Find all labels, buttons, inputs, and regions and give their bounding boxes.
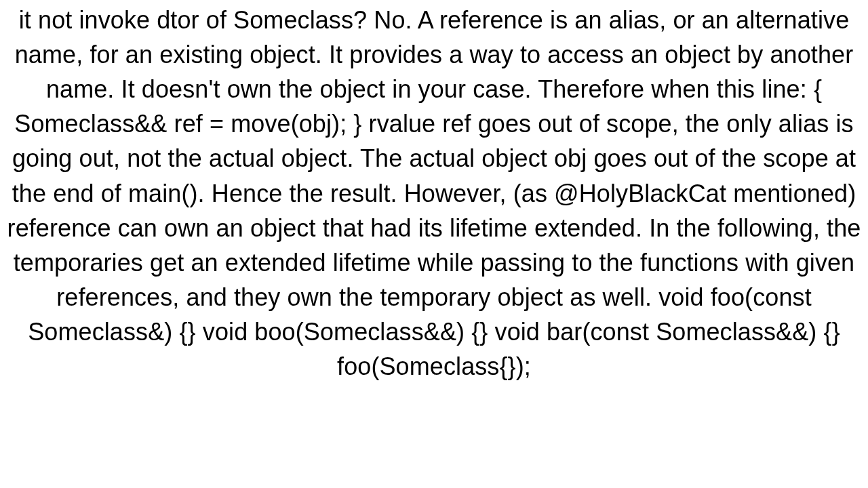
body-text: it not invoke dtor of Someclass? No. A r… — [0, 0, 868, 384]
page: it not invoke dtor of Someclass? No. A r… — [0, 0, 868, 488]
